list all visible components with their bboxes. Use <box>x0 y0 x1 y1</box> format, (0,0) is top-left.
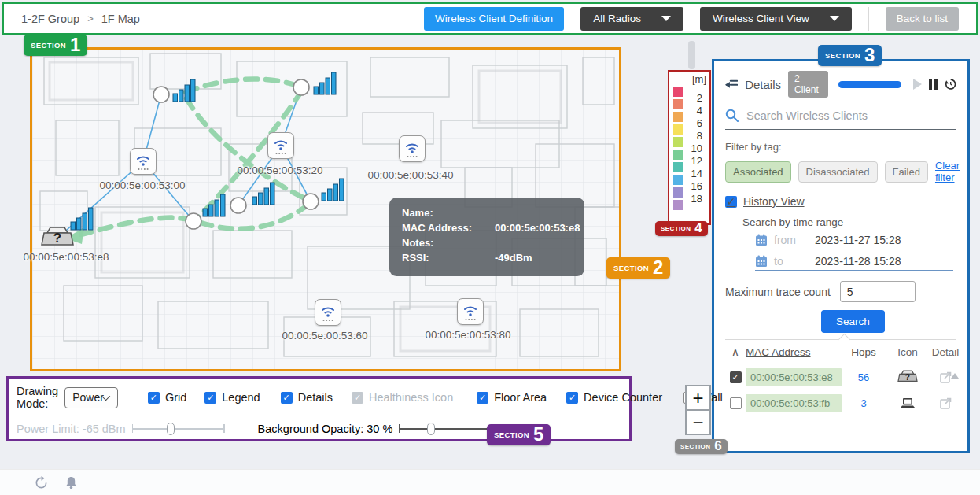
trace-node[interactable] <box>293 79 309 95</box>
details-checkbox[interactable]: ✓ <box>281 392 293 404</box>
power-limit-label: Power Limit: -65 dBm <box>17 423 126 435</box>
open-detail-icon[interactable] <box>940 397 952 409</box>
collapse-panel-icon[interactable] <box>725 78 738 91</box>
wireless-client-definition-button[interactable]: Wireless Client Definition <box>424 7 564 31</box>
tag-disassociated[interactable]: Disassociated <box>798 161 878 183</box>
tooltip-rssi-value: -49dBm <box>495 252 580 264</box>
row-checkbox[interactable] <box>730 397 742 409</box>
legend-checkbox-item[interactable]: ✓ Legend <box>204 391 260 404</box>
signal-bars-icon[interactable] <box>252 180 275 206</box>
breadcrumb-page: 1F Map <box>101 13 140 25</box>
tag-failed[interactable]: Failed <box>885 161 928 183</box>
legend-unit-label: [m] <box>673 73 706 85</box>
tooltip-mac-value: 00:00:5e:00:53:e8 <box>495 222 580 234</box>
time-to-row[interactable]: to 2023-11-28 15:28 <box>755 255 953 271</box>
clear-filter-link[interactable]: Clear filter <box>935 160 960 183</box>
back-to-list-button[interactable]: Back to list <box>886 7 959 31</box>
signal-bars-icon[interactable] <box>313 70 337 96</box>
table-row: 00:00:5e:00:53:fb 3 <box>725 390 956 416</box>
search-icon <box>725 109 739 122</box>
drawing-mode-select[interactable]: Power <box>64 387 118 408</box>
search-input[interactable]: Search Wireless Clients <box>746 109 868 122</box>
scrollbar-thumb[interactable] <box>688 41 695 69</box>
access-point[interactable] <box>399 135 426 162</box>
device-counter-checkbox[interactable]: ✓ <box>566 392 578 404</box>
mac-address-column-header[interactable]: MAC Address <box>746 346 842 358</box>
wireless-client-view-label: Wireless Client View <box>713 13 809 24</box>
history-refresh-icon[interactable] <box>945 77 956 91</box>
hops-link[interactable]: 3 <box>860 397 866 409</box>
max-trace-count-input[interactable]: 5 <box>840 281 916 302</box>
access-point[interactable] <box>315 299 341 326</box>
healthiness-icon-checkbox-item: ✓ Healthiness Icon <box>352 391 453 404</box>
wireless-client-search[interactable]: Search Wireless Clients <box>725 109 956 130</box>
zoom-out-button[interactable]: − <box>685 409 711 435</box>
section-2-badge: SECTION2 <box>606 257 670 279</box>
calendar-icon[interactable] <box>755 234 768 246</box>
unknown-device-icon[interactable]: ? <box>41 226 74 249</box>
grid-checkbox-item[interactable]: ✓ Grid <box>148 391 186 404</box>
pause-icon[interactable] <box>929 79 938 90</box>
tag-associated[interactable]: Associated <box>725 161 791 183</box>
section-1-badge: SECTION1 <box>24 35 87 56</box>
wireless-client-view-dropdown[interactable]: Wireless Client View <box>700 7 852 31</box>
wireless-map-page: 1-2F Group > 1F Map Wireless Client Defi… <box>0 0 980 495</box>
time-from-row[interactable]: from 2023-11-27 15:28 <box>755 234 953 249</box>
power-limit-slider[interactable] <box>132 422 225 436</box>
trace-node[interactable] <box>186 213 201 229</box>
open-detail-icon[interactable] <box>940 371 952 383</box>
legend-swatch <box>673 87 683 97</box>
background-opacity-slider-thumb[interactable] <box>427 423 435 435</box>
tooltip-notes-value <box>495 237 580 249</box>
row-checkbox[interactable]: ✓ <box>730 371 742 383</box>
breadcrumb-group[interactable]: 1-2F Group <box>21 13 79 25</box>
scroll-up-arrow[interactable] <box>951 373 959 379</box>
floor-area-checkbox[interactable]: ✓ <box>477 392 488 404</box>
details-label: Details <box>298 391 333 404</box>
zoom-in-button[interactable]: + <box>685 385 711 411</box>
device-counter-checkbox-item[interactable]: ✓ Device Counter <box>566 391 662 404</box>
wifi-icon <box>319 302 337 323</box>
drawing-mode-value: Power <box>72 391 104 404</box>
details-checkbox-item[interactable]: ✓ Details <box>281 391 333 404</box>
footer-bar <box>0 469 980 495</box>
legend-swatch <box>673 99 683 109</box>
refresh-icon[interactable] <box>35 476 48 489</box>
trace-node[interactable] <box>230 198 246 213</box>
row-mac-address: 00:00:5e:00:53:fb <box>746 394 842 412</box>
tooltip-notes-label: Notes: <box>402 237 495 249</box>
notification-bell-icon[interactable] <box>65 476 77 489</box>
background-opacity-slider[interactable] <box>399 422 492 436</box>
ap-mac-label: 00:00:5e:00:53:20 <box>238 164 323 176</box>
sort-ascending-icon[interactable]: ∧ <box>725 345 746 358</box>
power-limit-slider-thumb[interactable] <box>167 423 175 435</box>
floor-map[interactable]: ? 00:00:5e:00:53:00 00:00:5e:00:53:20 00… <box>30 47 621 371</box>
floor-area-checkbox-item[interactable]: ✓ Floor Area <box>477 391 547 404</box>
play-icon[interactable] <box>913 79 922 90</box>
search-button[interactable]: Search <box>821 310 885 333</box>
access-point[interactable] <box>267 132 294 159</box>
signal-bars-icon[interactable] <box>172 77 196 103</box>
history-view-label[interactable]: History View <box>743 195 805 208</box>
grid-checkbox[interactable]: ✓ <box>148 392 160 404</box>
ap-mac-label: 00:00:5e:00:53:40 <box>368 169 454 181</box>
signal-bars-icon[interactable] <box>321 176 344 202</box>
access-point[interactable] <box>457 298 484 325</box>
wifi-icon <box>403 139 422 159</box>
hops-link[interactable]: 56 <box>858 371 869 383</box>
from-datetime-value[interactable]: 2023-11-27 15:28 <box>815 234 901 246</box>
history-view-checkbox[interactable]: ✓ <box>725 196 737 208</box>
to-datetime-value[interactable]: 2023-11-28 15:28 <box>815 255 901 268</box>
tooltip-mac-label: MAC Address: <box>402 222 495 234</box>
legend-checkbox[interactable]: ✓ <box>204 392 216 404</box>
dropdown-caret-icon <box>830 16 839 21</box>
trace-progress-bar[interactable] <box>838 81 901 88</box>
trace-node[interactable] <box>303 194 319 209</box>
breadcrumb: 1-2F Group > 1F Map <box>21 13 140 25</box>
trace-node[interactable] <box>153 87 169 102</box>
hops-column-header[interactable]: Hops <box>842 346 886 358</box>
all-radios-dropdown[interactable]: All Radios <box>580 7 683 31</box>
signal-bars-icon[interactable] <box>202 192 226 218</box>
access-point[interactable] <box>130 148 157 175</box>
calendar-icon[interactable] <box>755 255 768 268</box>
